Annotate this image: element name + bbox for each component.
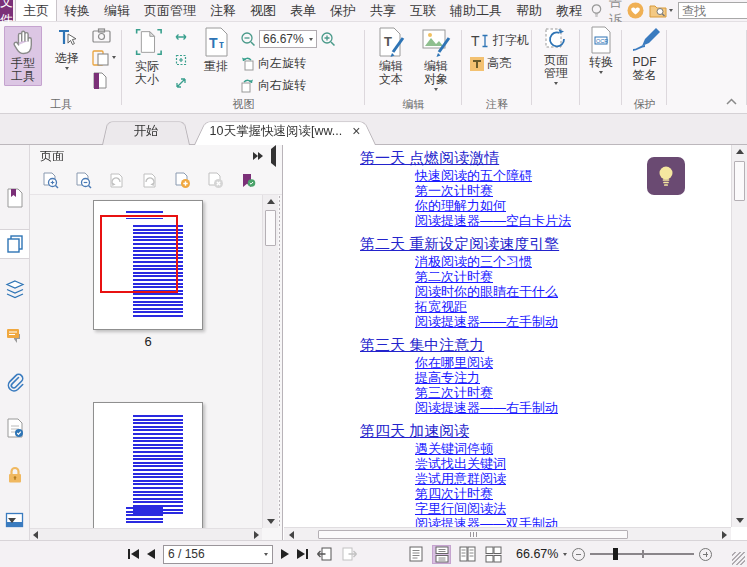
scroll-up-icon[interactable] — [732, 145, 747, 158]
menu-item-organize[interactable]: 页面管理 — [137, 0, 203, 21]
toc-item-link[interactable]: 你在哪里阅读 — [415, 355, 720, 370]
next-page-icon[interactable] — [281, 549, 289, 559]
insert-page-icon[interactable] — [174, 172, 191, 189]
toc-item-link[interactable]: 尝试用意群阅读 — [415, 471, 720, 486]
bookmark-flag-icon[interactable] — [240, 173, 256, 189]
lightbulb-icon[interactable] — [589, 3, 604, 19]
rotate-page-right-icon[interactable] — [141, 172, 158, 189]
menu-item-home[interactable]: 主页 — [15, 0, 57, 21]
previous-view-icon[interactable] — [316, 546, 333, 562]
menu-item-help[interactable]: 帮助 — [509, 0, 549, 21]
sidebar-item-attachments[interactable] — [0, 367, 29, 397]
document-vertical-scrollbar[interactable] — [731, 145, 747, 527]
typewriter-button[interactable]: T 打字机 — [470, 32, 529, 49]
tab-close-icon[interactable]: × — [352, 124, 360, 138]
page-number-combo[interactable]: 6 / 156 — [163, 545, 273, 564]
next-view-icon[interactable] — [341, 546, 358, 562]
menu-item-comment[interactable]: 注释 — [203, 0, 243, 21]
single-page-view-icon[interactable] — [406, 545, 425, 564]
sidebar-item-layers[interactable] — [0, 275, 29, 305]
strip-more-icon[interactable] — [8, 523, 16, 537]
snapshot-camera-icon[interactable] — [92, 28, 116, 43]
first-page-icon[interactable] — [128, 549, 139, 559]
toc-item-link[interactable]: 字里行间阅读法 — [415, 501, 720, 516]
toc-day-title-link[interactable]: 第三天 集中注意力 — [360, 336, 720, 353]
rotate-left-button[interactable]: 向左旋转 — [240, 55, 306, 72]
toc-item-link[interactable]: 消极阅读的三个习惯 — [415, 254, 720, 269]
zoom-slider[interactable] — [590, 547, 694, 561]
menu-item-convert[interactable]: 转换 — [57, 0, 97, 21]
reflow-button[interactable]: T т 重排 — [196, 26, 236, 73]
toc-item-link[interactable]: 阅读时你的眼睛在干什么 — [415, 284, 720, 299]
last-page-icon[interactable] — [297, 549, 308, 559]
fit-page-icon[interactable] — [174, 53, 188, 67]
tab-document[interactable]: 10天掌握快速阅读[ww... × — [194, 118, 376, 145]
thumbnail-page-7[interactable] — [93, 402, 203, 528]
sidebar-item-security[interactable] — [0, 459, 29, 489]
previous-page-icon[interactable] — [147, 549, 155, 559]
toc-item-link[interactable]: 第二次计时赛 — [415, 269, 720, 284]
collapse-ribbon-icon[interactable] — [726, 98, 737, 105]
panel-expand-icon[interactable] — [253, 152, 263, 160]
toc-item-link[interactable]: 拓宽视距 — [415, 299, 720, 314]
continuous-view-icon[interactable] — [432, 545, 451, 564]
continuous-facing-view-icon[interactable] — [484, 545, 503, 564]
toc-item-link[interactable]: 阅读提速器——右手制动 — [415, 400, 720, 415]
convert-button[interactable]: OCR 转换 — [582, 26, 620, 74]
scroll-left-icon[interactable] — [33, 531, 38, 539]
panel-resize-grip[interactable] — [278, 195, 282, 528]
menu-item-tutorial[interactable]: 教程 — [549, 0, 589, 21]
menu-item-view[interactable]: 视图 — [243, 0, 283, 21]
fit-visible-icon[interactable] — [174, 76, 188, 90]
scroll-up-icon[interactable] — [263, 195, 279, 208]
toc-item-link[interactable]: 阅读提速器——空白卡片法 — [415, 213, 720, 228]
hand-tool-button[interactable]: 手型工具 — [4, 26, 42, 86]
chevron-down-icon[interactable] — [563, 553, 567, 556]
menu-item-protect[interactable]: 保护 — [323, 0, 363, 21]
toc-item-link[interactable]: 第四次计时赛 — [415, 486, 720, 501]
clipboard-icon[interactable] — [92, 49, 116, 66]
find-input[interactable] — [678, 2, 747, 19]
sidebar-item-pages[interactable] — [0, 229, 29, 259]
assistant-lightbulb-button[interactable] — [647, 157, 685, 195]
file-menu-button[interactable]: 文件 — [0, 0, 13, 21]
scroll-down-icon[interactable] — [263, 515, 279, 528]
rotate-right-button[interactable]: 向右旋转 — [240, 77, 306, 94]
menu-item-connect[interactable]: 互联 — [403, 0, 443, 21]
toc-item-link[interactable]: 遇关键词停顿 — [415, 441, 720, 456]
panel-vertical-scrollbar[interactable] — [262, 195, 278, 528]
edit-object-button[interactable]: 编辑对象 — [416, 26, 456, 91]
zoom-in-circle-icon[interactable] — [699, 548, 712, 561]
purple-document-icon[interactable] — [92, 72, 116, 89]
menu-item-accessibility[interactable]: 辅助工具 — [443, 0, 509, 21]
panel-collapse-icon[interactable] — [271, 149, 276, 163]
edit-text-button[interactable]: T 编辑文本 — [371, 26, 411, 86]
sidebar-item-bookmarks[interactable] — [0, 183, 29, 213]
sidebar-item-comments[interactable] — [0, 321, 29, 351]
zoom-slider-handle[interactable] — [613, 548, 618, 560]
fit-width-icon[interactable] — [174, 30, 188, 44]
actual-size-button[interactable]: 实际大小 — [126, 26, 168, 86]
thumbnail-zoom-in-icon[interactable] — [42, 172, 59, 189]
tab-start[interactable]: 开始 — [102, 118, 190, 145]
zoom-out-icon[interactable] — [240, 31, 256, 47]
select-tool-button[interactable]: 选择 — [48, 26, 86, 70]
delete-page-icon[interactable] — [207, 172, 224, 189]
document-horizontal-scrollbar[interactable] — [284, 527, 731, 540]
zoom-level-combo[interactable]: 66.67% — [259, 30, 317, 48]
sidebar-item-signatures[interactable] — [0, 413, 29, 443]
rotate-page-left-icon[interactable] — [108, 172, 125, 189]
pdf-sign-button[interactable]: PDF签名 — [624, 26, 665, 82]
menu-item-edit[interactable]: 编辑 — [97, 0, 137, 21]
menu-item-form[interactable]: 表单 — [283, 0, 323, 21]
favorite-heart-icon[interactable] — [627, 2, 644, 19]
panel-scrollbar-thumb[interactable] — [265, 210, 276, 246]
thumbnail-page-6[interactable] — [93, 200, 203, 330]
page-manage-button[interactable]: 页面管理 — [534, 26, 578, 85]
toc-item-link[interactable]: 阅读提速器——左手制动 — [415, 314, 720, 329]
highlight-button[interactable]: 高亮 — [470, 55, 511, 72]
facing-view-icon[interactable] — [458, 545, 477, 564]
window-resize-grip[interactable] — [732, 552, 745, 565]
toc-item-link[interactable]: 提高专注力 — [415, 370, 720, 385]
scroll-right-icon[interactable] — [254, 531, 259, 539]
